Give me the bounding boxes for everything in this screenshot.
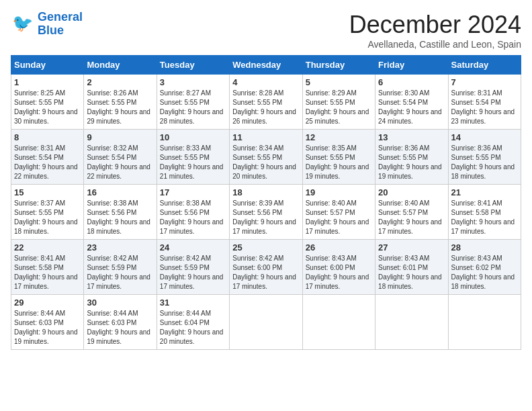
- day-info: Sunrise: 8:26 AMSunset: 5:55 PMDaylight:…: [87, 89, 150, 125]
- calendar-cell: 21 Sunrise: 8:41 AMSunset: 5:58 PMDaylig…: [448, 185, 521, 240]
- day-info: Sunrise: 8:42 AMSunset: 5:59 PMDaylight:…: [160, 255, 224, 290]
- day-info: Sunrise: 8:38 AMSunset: 5:56 PMDaylight:…: [87, 199, 150, 235]
- day-info: Sunrise: 8:40 AMSunset: 5:57 PMDaylight:…: [378, 199, 442, 235]
- calendar-cell: 30 Sunrise: 8:44 AMSunset: 6:03 PMDaylig…: [84, 295, 157, 350]
- calendar-cell: [302, 295, 375, 350]
- day-info: Sunrise: 8:27 AMSunset: 5:55 PMDaylight:…: [160, 89, 224, 125]
- day-info: Sunrise: 8:36 AMSunset: 5:55 PMDaylight:…: [378, 144, 442, 180]
- calendar-cell: 20 Sunrise: 8:40 AMSunset: 5:57 PMDaylig…: [375, 185, 448, 240]
- day-info: Sunrise: 8:28 AMSunset: 5:55 PMDaylight:…: [232, 89, 296, 125]
- calendar-cell: 8 Sunrise: 8:31 AMSunset: 5:54 PMDayligh…: [11, 130, 84, 185]
- calendar-cell: 7 Sunrise: 8:31 AMSunset: 5:54 PMDayligh…: [448, 75, 521, 130]
- day-info: Sunrise: 8:25 AMSunset: 5:55 PMDaylight:…: [14, 89, 78, 125]
- header-cell-saturday: Saturday: [448, 56, 521, 75]
- calendar-cell: 12 Sunrise: 8:35 AMSunset: 5:55 PMDaylig…: [302, 130, 375, 185]
- day-info: Sunrise: 8:36 AMSunset: 5:55 PMDaylight:…: [451, 144, 515, 180]
- calendar-cell: 19 Sunrise: 8:40 AMSunset: 5:57 PMDaylig…: [302, 185, 375, 240]
- day-info: Sunrise: 8:31 AMSunset: 5:54 PMDaylight:…: [14, 144, 78, 180]
- calendar-cell: 18 Sunrise: 8:39 AMSunset: 5:56 PMDaylig…: [230, 185, 302, 240]
- calendar-cell: 10 Sunrise: 8:33 AMSunset: 5:55 PMDaylig…: [157, 130, 229, 185]
- day-info: Sunrise: 8:44 AMSunset: 6:03 PMDaylight:…: [14, 310, 78, 345]
- day-number: 14: [451, 132, 518, 142]
- day-number: 29: [14, 298, 81, 308]
- day-number: 22: [14, 242, 81, 253]
- calendar-cell: 11 Sunrise: 8:34 AMSunset: 5:55 PMDaylig…: [230, 130, 302, 185]
- header-cell-monday: Monday: [84, 56, 157, 75]
- day-number: 5: [306, 77, 372, 87]
- day-info: Sunrise: 8:43 AMSunset: 6:02 PMDaylight:…: [451, 255, 515, 290]
- title-area: December 2024 Avellaneda, Castille and L…: [349, 11, 521, 50]
- calendar-cell: 3 Sunrise: 8:27 AMSunset: 5:55 PMDayligh…: [157, 75, 229, 130]
- day-number: 2: [87, 77, 153, 87]
- header-cell-thursday: Thursday: [302, 56, 375, 75]
- calendar-cell: [375, 295, 448, 350]
- day-info: Sunrise: 8:39 AMSunset: 5:56 PMDaylight:…: [232, 199, 296, 235]
- day-info: Sunrise: 8:31 AMSunset: 5:54 PMDaylight:…: [451, 89, 515, 125]
- day-info: Sunrise: 8:34 AMSunset: 5:55 PMDaylight:…: [232, 144, 296, 180]
- day-number: 3: [160, 77, 226, 87]
- day-number: 4: [232, 77, 299, 87]
- calendar-cell: 15 Sunrise: 8:37 AMSunset: 5:55 PMDaylig…: [11, 185, 84, 240]
- calendar-cell: 26 Sunrise: 8:43 AMSunset: 6:00 PMDaylig…: [302, 240, 375, 295]
- calendar-cell: 22 Sunrise: 8:41 AMSunset: 5:58 PMDaylig…: [11, 240, 84, 295]
- calendar-row-2: 8 Sunrise: 8:31 AMSunset: 5:54 PMDayligh…: [11, 130, 521, 185]
- logo: 🐦 General Blue: [11, 11, 83, 38]
- day-number: 25: [232, 242, 299, 253]
- day-info: Sunrise: 8:44 AMSunset: 6:03 PMDaylight:…: [87, 310, 150, 345]
- day-number: 1: [14, 77, 81, 87]
- day-info: Sunrise: 8:29 AMSunset: 5:55 PMDaylight:…: [306, 89, 369, 125]
- day-info: Sunrise: 8:44 AMSunset: 6:04 PMDaylight:…: [160, 310, 224, 345]
- calendar-row-5: 29 Sunrise: 8:44 AMSunset: 6:03 PMDaylig…: [11, 295, 521, 350]
- day-info: Sunrise: 8:43 AMSunset: 6:00 PMDaylight:…: [306, 255, 369, 290]
- subtitle: Avellaneda, Castille and Leon, Spain: [349, 39, 521, 50]
- day-number: 19: [306, 187, 372, 197]
- day-number: 28: [451, 242, 518, 253]
- calendar-cell: 13 Sunrise: 8:36 AMSunset: 5:55 PMDaylig…: [375, 130, 448, 185]
- day-number: 10: [160, 132, 226, 142]
- svg-text:🐦: 🐦: [12, 13, 34, 34]
- header-cell-wednesday: Wednesday: [230, 56, 302, 75]
- calendar-row-4: 22 Sunrise: 8:41 AMSunset: 5:58 PMDaylig…: [11, 240, 521, 295]
- header-cell-sunday: Sunday: [11, 56, 84, 75]
- day-info: Sunrise: 8:32 AMSunset: 5:54 PMDaylight:…: [87, 144, 150, 180]
- day-number: 6: [378, 77, 445, 87]
- header: 🐦 General Blue December 2024 Avellaneda,…: [11, 11, 521, 50]
- day-info: Sunrise: 8:30 AMSunset: 5:54 PMDaylight:…: [378, 89, 442, 125]
- day-info: Sunrise: 8:40 AMSunset: 5:57 PMDaylight:…: [306, 199, 369, 235]
- day-number: 23: [87, 242, 153, 253]
- calendar-cell: 14 Sunrise: 8:36 AMSunset: 5:55 PMDaylig…: [448, 130, 521, 185]
- header-cell-friday: Friday: [375, 56, 448, 75]
- day-number: 16: [87, 187, 153, 197]
- day-info: Sunrise: 8:35 AMSunset: 5:55 PMDaylight:…: [306, 144, 369, 180]
- calendar-header-row: SundayMondayTuesdayWednesdayThursdayFrid…: [11, 56, 521, 75]
- calendar-cell: [230, 295, 302, 350]
- day-number: 11: [232, 132, 299, 142]
- day-number: 27: [378, 242, 445, 253]
- calendar-cell: 31 Sunrise: 8:44 AMSunset: 6:04 PMDaylig…: [157, 295, 229, 350]
- day-number: 15: [14, 187, 81, 197]
- calendar-cell: [448, 295, 521, 350]
- day-number: 30: [87, 298, 153, 308]
- day-number: 8: [14, 132, 81, 142]
- logo-text: General Blue: [38, 11, 83, 38]
- calendar-cell: 6 Sunrise: 8:30 AMSunset: 5:54 PMDayligh…: [375, 75, 448, 130]
- day-number: 20: [378, 187, 445, 197]
- calendar-cell: 23 Sunrise: 8:42 AMSunset: 5:59 PMDaylig…: [84, 240, 157, 295]
- day-info: Sunrise: 8:42 AMSunset: 5:59 PMDaylight:…: [87, 255, 150, 290]
- day-info: Sunrise: 8:38 AMSunset: 5:56 PMDaylight:…: [160, 199, 224, 235]
- day-info: Sunrise: 8:43 AMSunset: 6:01 PMDaylight:…: [378, 255, 442, 290]
- calendar-cell: 28 Sunrise: 8:43 AMSunset: 6:02 PMDaylig…: [448, 240, 521, 295]
- day-number: 9: [87, 132, 153, 142]
- calendar-row-3: 15 Sunrise: 8:37 AMSunset: 5:55 PMDaylig…: [11, 185, 521, 240]
- day-number: 18: [232, 187, 299, 197]
- calendar-table: SundayMondayTuesdayWednesdayThursdayFrid…: [11, 55, 521, 350]
- calendar-cell: 2 Sunrise: 8:26 AMSunset: 5:55 PMDayligh…: [84, 75, 157, 130]
- calendar-cell: 17 Sunrise: 8:38 AMSunset: 5:56 PMDaylig…: [157, 185, 229, 240]
- day-number: 7: [451, 77, 518, 87]
- day-number: 21: [451, 187, 518, 197]
- calendar-cell: 9 Sunrise: 8:32 AMSunset: 5:54 PMDayligh…: [84, 130, 157, 185]
- day-number: 12: [306, 132, 372, 142]
- day-info: Sunrise: 8:41 AMSunset: 5:58 PMDaylight:…: [451, 199, 515, 235]
- calendar-cell: 5 Sunrise: 8:29 AMSunset: 5:55 PMDayligh…: [302, 75, 375, 130]
- month-title: December 2024: [349, 11, 521, 39]
